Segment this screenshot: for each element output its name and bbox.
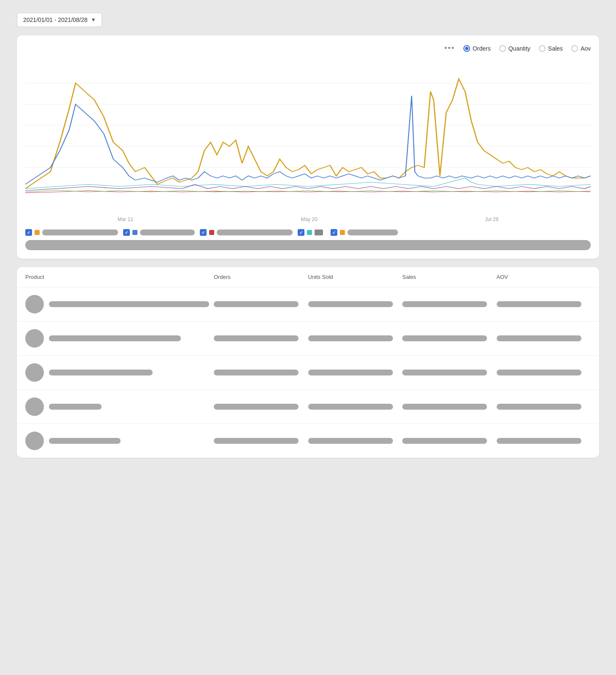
orders-bar-2 <box>214 335 299 341</box>
legend-checkbox-3[interactable] <box>200 229 207 236</box>
sales-bar-2 <box>402 335 487 341</box>
radio-orders-label: Orders <box>473 45 491 52</box>
orders-cell-3 <box>214 370 308 375</box>
sales-cell-2 <box>402 335 497 341</box>
sales-cell-4 <box>402 404 497 410</box>
line-chart <box>25 58 591 210</box>
radio-aov-circle <box>571 45 578 52</box>
col-product: Product <box>25 274 214 280</box>
x-label-may: May 20 <box>301 216 317 222</box>
radio-aov[interactable]: Aov <box>571 45 591 52</box>
table-row[interactable] <box>17 390 599 424</box>
legend-label-3 <box>217 230 293 235</box>
more-options-button[interactable]: ••• <box>444 44 455 53</box>
table-row[interactable] <box>17 287 599 321</box>
chevron-down-icon: ▼ <box>91 17 96 23</box>
legend-item-4[interactable] <box>298 229 325 236</box>
product-name-3 <box>49 370 153 375</box>
avatar-4 <box>25 397 44 416</box>
legend-label-1 <box>42 230 118 235</box>
x-label-jul: Jul 29 <box>485 216 498 222</box>
units-cell-3 <box>308 370 403 375</box>
legend-item-5[interactable] <box>331 229 398 236</box>
legend-item-2[interactable] <box>123 229 195 236</box>
product-name-4 <box>49 404 102 410</box>
product-name-1 <box>49 301 209 307</box>
table-row[interactable] <box>17 424 599 458</box>
legend-color-2 <box>132 230 137 235</box>
chart-header: ••• Orders Quantity Sales Aov <box>25 44 591 53</box>
chart-card: ••• Orders Quantity Sales Aov <box>17 35 599 259</box>
legend-item-3[interactable] <box>200 229 293 236</box>
units-cell-5 <box>308 438 403 444</box>
table-row[interactable] <box>17 321 599 356</box>
date-range-label: 2021/01/01 - 2021/08/28 <box>23 16 88 23</box>
legend-checkbox-5[interactable] <box>331 229 337 236</box>
aov-cell-4 <box>497 404 591 410</box>
radio-quantity[interactable]: Quantity <box>499 45 530 52</box>
radio-orders-circle <box>463 45 470 52</box>
legend-color-5 <box>340 230 345 235</box>
avatar-1 <box>25 295 44 313</box>
legend-color-3 <box>209 230 214 235</box>
units-bar-2 <box>308 335 393 341</box>
aov-bar-3 <box>497 370 581 375</box>
units-bar-5 <box>308 438 393 444</box>
chart-radio-group: Orders Quantity Sales Aov <box>463 45 591 52</box>
sales-bar-3 <box>402 370 487 375</box>
orders-cell-5 <box>214 438 308 444</box>
col-aov: AOV <box>497 274 591 280</box>
sales-bar-1 <box>402 301 487 307</box>
orders-cell-2 <box>214 335 308 341</box>
orders-cell-4 <box>214 404 308 410</box>
aov-bar-2 <box>497 335 581 341</box>
product-cell-3 <box>25 363 214 382</box>
orders-bar-4 <box>214 404 299 410</box>
table-row[interactable] <box>17 356 599 390</box>
legend-color-1 <box>35 230 40 235</box>
radio-quantity-label: Quantity <box>508 45 530 52</box>
legend-label-2 <box>140 230 195 235</box>
product-name-2 <box>49 335 181 341</box>
units-bar-4 <box>308 404 393 410</box>
legend-item-1[interactable] <box>25 229 118 236</box>
avatar-3 <box>25 363 44 382</box>
table-header: Product Orders Units Sold Sales AOV <box>17 267 599 287</box>
aov-bar-1 <box>497 301 581 307</box>
radio-quantity-circle <box>499 45 506 52</box>
product-cell-1 <box>25 295 214 313</box>
aov-cell-3 <box>497 370 591 375</box>
orders-bar-5 <box>214 438 299 444</box>
legend-checkbox-4[interactable] <box>298 229 304 236</box>
col-orders: Orders <box>214 274 308 280</box>
product-cell-2 <box>25 329 214 348</box>
radio-sales[interactable]: Sales <box>539 45 563 52</box>
sales-bar-4 <box>402 404 487 410</box>
legend-label-5 <box>347 230 398 235</box>
aov-bar-5 <box>497 438 581 444</box>
radio-aov-label: Aov <box>581 45 591 52</box>
sales-bar-5 <box>402 438 487 444</box>
col-sales: Sales <box>402 274 497 280</box>
legend-checkbox-1[interactable] <box>25 229 32 236</box>
sales-cell-1 <box>402 301 497 307</box>
avatar-2 <box>25 329 44 348</box>
units-bar-3 <box>308 370 393 375</box>
radio-sales-circle <box>539 45 546 52</box>
legend-color-4 <box>307 230 312 235</box>
orders-bar-3 <box>214 370 299 375</box>
units-cell-4 <box>308 404 403 410</box>
units-cell-2 <box>308 335 403 341</box>
units-cell-1 <box>308 301 403 307</box>
orders-bar-1 <box>214 301 299 307</box>
aov-cell-1 <box>497 301 591 307</box>
aov-bar-4 <box>497 404 581 410</box>
radio-orders[interactable]: Orders <box>463 45 491 52</box>
orders-cell-1 <box>214 301 308 307</box>
col-units-sold: Units Sold <box>308 274 403 280</box>
legend-checkbox-2[interactable] <box>123 229 130 236</box>
aov-cell-5 <box>497 438 591 444</box>
date-range-selector[interactable]: 2021/01/01 - 2021/08/28 ▼ <box>17 13 102 27</box>
product-cell-5 <box>25 432 214 450</box>
chart-bottom-bar <box>25 240 591 250</box>
